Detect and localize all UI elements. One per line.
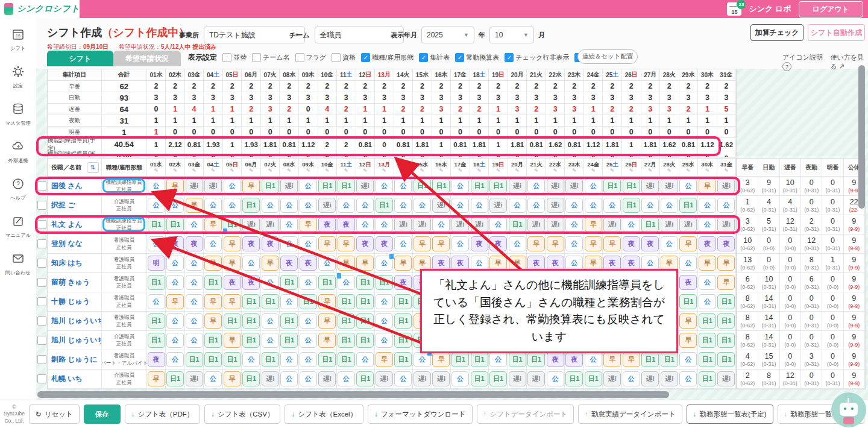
shift-chip-早[interactable]: 早 — [679, 236, 697, 251]
shift-cell[interactable]: 夜 — [242, 234, 261, 254]
shift-chip-遅i[interactable]: 遅i — [661, 371, 678, 386]
shift-cell[interactable]: 早 — [337, 254, 356, 273]
shift-cell[interactable]: 遅i — [432, 370, 451, 389]
shift-chip-日1[interactable]: 日1 — [166, 217, 184, 232]
shift-chip-日1[interactable]: 日1 — [471, 352, 488, 367]
shift-chip-日1[interactable]: 日1 — [338, 294, 355, 309]
staff-day-header[interactable]: 25土✎ — [603, 159, 622, 177]
shift-cell[interactable]: 夜 — [641, 234, 661, 254]
shift-chip-日1[interactable]: 日1 — [356, 294, 374, 309]
shift-chip-遅i[interactable]: 遅i — [451, 217, 469, 232]
shift-chip-公[interactable]: 公 — [262, 333, 279, 348]
staff-name-cell[interactable]: 札幌 いち — [48, 370, 102, 389]
shift-chip-日1[interactable]: 日1 — [394, 294, 412, 309]
shift-cell[interactable]: 公 — [299, 350, 318, 370]
shift-chip-早[interactable]: 早 — [527, 236, 545, 251]
shift-chip-公[interactable]: 公 — [356, 217, 374, 232]
notification-calendar-icon[interactable]: 15 23 — [727, 2, 741, 16]
shift-cell[interactable]: 公 — [622, 215, 641, 234]
shift-cell[interactable]: 日1 — [717, 350, 737, 370]
shift-cell[interactable]: 日1 — [261, 350, 280, 370]
shift-chip-遅i[interactable]: 遅i — [603, 371, 621, 386]
shift-chip-早[interactable]: 早 — [679, 313, 697, 329]
shift-chip-公[interactable]: 公 — [204, 371, 222, 386]
shift-cell[interactable]: 夜 — [679, 273, 699, 292]
shift-chip-公[interactable]: 公 — [224, 198, 241, 213]
shift-chip-公[interactable]: 公 — [148, 178, 165, 194]
shift-chip-公[interactable]: 公 — [242, 256, 260, 271]
shift-chip-遅i[interactable]: 遅i — [547, 217, 564, 232]
shift-cell[interactable]: 公 — [261, 312, 280, 331]
shift-cell[interactable]: 夜 — [147, 350, 166, 370]
shift-cell[interactable]: 早 — [356, 254, 376, 273]
shift-cell[interactable]: 日1 — [242, 196, 261, 215]
shift-chip-夜[interactable]: 夜 — [166, 236, 184, 251]
shift-cell[interactable]: 早 — [717, 254, 737, 273]
shift-cell[interactable]: 日1 — [204, 350, 223, 370]
footer-button-フォーマットダウンロード[interactable]: ↓フォーマットダウンロード — [368, 404, 472, 424]
shift-chip-遅i[interactable]: 遅i — [356, 178, 374, 194]
shift-cell[interactable]: 日1 — [261, 292, 280, 312]
shift-chip-公[interactable]: 公 — [280, 217, 298, 232]
shift-cell[interactable]: 早 — [318, 331, 338, 350]
shift-chip-公[interactable]: 公 — [565, 217, 583, 232]
shift-cell[interactable]: 日1 — [508, 215, 527, 234]
shift-chip-公[interactable]: 公 — [356, 352, 374, 367]
shift-chip-遅i[interactable]: 遅i — [641, 371, 659, 386]
shift-cell[interactable]: 公 — [318, 254, 338, 273]
staff-name-cell[interactable]: 登別 なな — [48, 234, 102, 254]
shift-cell[interactable]: 公 — [622, 370, 641, 389]
shift-cell[interactable]: 日1 — [147, 331, 166, 350]
shift-cell[interactable]: 遅i — [603, 370, 622, 389]
shift-cell[interactable]: 夜 — [166, 234, 185, 254]
sidebar-item-マスタ管理[interactable]: マスタ管理 — [4, 102, 32, 127]
shift-chip-公[interactable]: 公 — [376, 313, 393, 329]
footer-button-保存[interactable]: 保存 — [84, 404, 121, 424]
shift-cell[interactable]: 遅i — [508, 177, 527, 196]
shift-chip-公[interactable]: 公 — [699, 294, 716, 309]
shift-chip-日1[interactable]: 日1 — [280, 333, 298, 348]
display-option-チーム名[interactable]: チーム名 — [252, 53, 290, 62]
shift-cell[interactable]: 公 — [242, 254, 261, 273]
shift-chip-夜[interactable]: 夜 — [717, 236, 735, 251]
shift-chip-日1[interactable]: 日1 — [262, 352, 279, 367]
shift-cell[interactable]: 遅i — [280, 177, 299, 196]
shift-chip-夜[interactable]: 夜 — [679, 275, 697, 290]
shift-chip-早[interactable]: 早 — [623, 352, 640, 367]
shift-chip-日1[interactable]: 日1 — [527, 352, 545, 367]
shift-chip-早[interactable]: 早 — [224, 333, 241, 348]
shift-chip-公[interactable]: 公 — [224, 178, 241, 194]
shift-cell[interactable]: 遅i — [204, 177, 223, 196]
shift-chip-日1[interactable]: 日1 — [717, 294, 735, 309]
staff-day-header[interactable]: 17金✎ — [451, 159, 470, 177]
shift-cell[interactable]: 公 — [204, 370, 223, 389]
shift-cell[interactable]: 公 — [280, 350, 299, 370]
shift-chip-日1[interactable]: 日1 — [699, 313, 716, 329]
sequence-set-button[interactable]: 連続＆セット配置 — [577, 49, 638, 64]
shift-cell[interactable]: 夜 — [698, 234, 717, 254]
shift-cell[interactable]: 日1 — [318, 350, 338, 370]
staff-day-header[interactable]: 08水✎ — [280, 159, 299, 177]
shift-cell[interactable]: 遅i — [546, 177, 565, 196]
display-option-並替[interactable]: 並替 — [222, 53, 247, 62]
shift-cell[interactable]: 日1 — [166, 370, 185, 389]
shift-cell[interactable]: 日1 — [717, 312, 737, 331]
shift-chip-日1[interactable]: 日1 — [699, 352, 716, 367]
shift-chip-公[interactable]: 公 — [661, 236, 678, 251]
shift-chip-日1[interactable]: 日1 — [148, 275, 165, 290]
shift-cell[interactable]: 日1 — [242, 331, 261, 350]
shift-chip-公[interactable]: 公 — [527, 198, 545, 213]
display-option-集計表[interactable]: ✓集計表 — [419, 53, 450, 62]
shift-cell[interactable]: 公 — [698, 196, 717, 215]
staff-day-header[interactable]: 06月✎ — [242, 159, 261, 177]
staff-row-checkbox[interactable] — [37, 201, 46, 210]
shift-cell[interactable]: 日1 — [280, 312, 299, 331]
shift-chip-公[interactable]: 公 — [679, 256, 697, 271]
shift-chip-遅i[interactable]: 遅i — [527, 217, 545, 232]
staff-row-checkbox[interactable] — [37, 259, 46, 268]
shift-cell[interactable]: 遅i — [413, 370, 432, 389]
shift-cell[interactable]: 早 — [318, 234, 338, 254]
shift-cell[interactable]: 早 — [584, 215, 603, 234]
shift-chip-早[interactable]: 早 — [585, 236, 602, 251]
shift-cell[interactable]: 日1 — [584, 370, 603, 389]
